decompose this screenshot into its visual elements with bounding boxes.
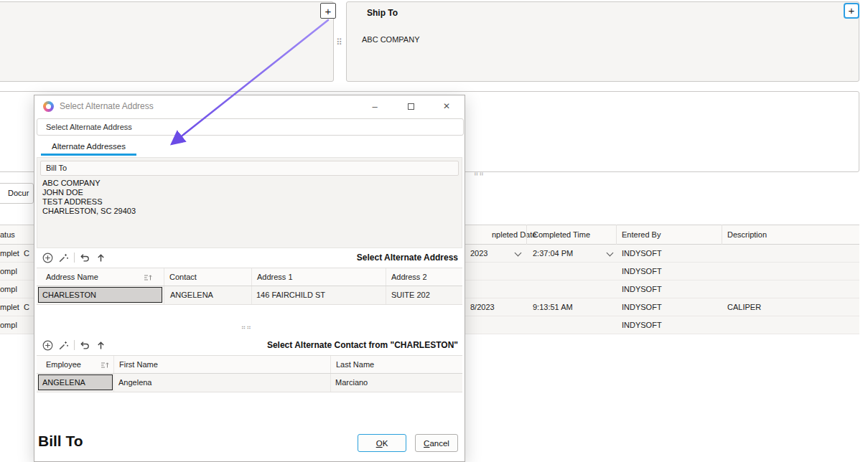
minimize-button[interactable]: – [357, 95, 393, 117]
dialog-titlebar[interactable]: Select Alternate Address – ✕ [34, 95, 465, 117]
documents-tab-label: Docur [8, 189, 29, 197]
contact-grid-caption: Select Alternate Contact from "CHARLESTO… [267, 340, 462, 350]
alternate-addresses-panel: Bill To ABC COMPANY JOHN DOE TEST ADDRES… [37, 157, 462, 248]
cancel-button[interactable]: Cancel [415, 434, 458, 452]
address-grid-header: Address Name Contact Address 1 Address 2 [37, 268, 462, 286]
documents-tab[interactable]: Docur [0, 183, 34, 204]
ship-to-title: Ship To [367, 8, 398, 18]
contact-grid-toolbar: Select Alternate Contact from "CHARLESTO… [37, 336, 462, 354]
app-logo-icon [43, 101, 54, 112]
entered-by-cell: INDYSOFT [622, 321, 662, 329]
wand-icon[interactable] [58, 340, 69, 351]
status-cell: ompl [0, 267, 17, 275]
selected-address-name[interactable]: CHARLESTON [38, 287, 162, 303]
header-employee[interactable]: Employee [37, 356, 114, 373]
vertical-drag-handle-icon[interactable]: ⠿ [336, 37, 342, 47]
maximize-icon [408, 103, 414, 110]
arrow-up-icon[interactable] [95, 253, 106, 263]
ship-to-panel: Ship To ABC COMPANY [346, 1, 859, 82]
selected-employee[interactable]: ANGELENA [38, 374, 113, 390]
tab-alternate-addresses[interactable]: Alternate Addresses [41, 140, 136, 156]
entered-by-cell: INDYSOFT [622, 249, 662, 258]
ship-to-company: ABC COMPANY [362, 35, 419, 44]
address2-cell[interactable]: SUITE 202 [386, 286, 462, 304]
completed-time-cell[interactable]: 2:37:04 PM [533, 249, 573, 258]
address-grid-toolbar: Select Alternate Address [37, 249, 462, 266]
chevron-down-icon[interactable] [607, 250, 614, 257]
dialog-title: Select Alternate Address [60, 101, 154, 111]
bill-to-header: Bill To [40, 161, 459, 176]
col-completed-date: npleted Date [492, 230, 536, 239]
header-first-name[interactable]: First Name [114, 356, 331, 373]
chevron-down-icon[interactable] [515, 250, 522, 257]
header-address-2[interactable]: Address 2 [386, 268, 462, 286]
wand-icon[interactable] [58, 253, 69, 263]
sort-ascending-icon[interactable] [144, 274, 152, 281]
add-circle-icon[interactable] [42, 340, 53, 351]
address-name-cell: CHARLESTON [37, 286, 164, 304]
dialog-section-header: Select Alternate Address [37, 118, 464, 136]
status-cell: ompl [0, 285, 17, 293]
col-status: atus [0, 230, 15, 239]
first-name-cell[interactable]: Angelena [114, 374, 331, 392]
contact-cell[interactable]: ANGELENA [164, 286, 252, 304]
address-line: TEST ADDRESS [42, 197, 462, 207]
alternate-contact-grid: Employee First Name Last Name ANGELENA A… [37, 355, 462, 392]
header-contact[interactable]: Contact [164, 268, 252, 286]
close-button[interactable]: ✕ [429, 95, 465, 117]
col-entered-by: Entered By [622, 230, 661, 239]
address-grid-caption: Select Alternate Address [357, 253, 462, 263]
contact-grid-header: Employee First Name Last Name [37, 355, 462, 374]
toolbar-separator [74, 340, 75, 350]
sort-ascending-icon[interactable] [101, 362, 109, 369]
description-cell: CALIPER [727, 303, 761, 311]
entered-by-cell: INDYSOFT [622, 303, 662, 311]
horizontal-drag-handle-icon[interactable]: ⠶⠶ [474, 170, 485, 177]
select-alternate-address-dialog: Select Alternate Address – ✕ Select Alte… [34, 95, 465, 462]
alternate-address-grid: Address Name Contact Address 1 Address 2… [37, 268, 462, 305]
arrow-up-icon[interactable] [95, 340, 106, 351]
toolbar-separator [74, 253, 75, 263]
undo-icon[interactable] [80, 340, 90, 351]
header-last-name[interactable]: Last Name [331, 356, 462, 373]
add-circle-icon[interactable] [42, 253, 53, 263]
undo-icon[interactable] [80, 253, 90, 263]
employee-cell: ANGELENA [37, 374, 114, 392]
status-cell: ompl [0, 321, 17, 329]
col-completed-time: Completed Time [533, 230, 590, 239]
splitter-drag-handle-icon[interactable]: ⠶⠶ [241, 324, 252, 331]
footer-bill-to-label: Bill To [38, 433, 83, 450]
status-cell: mplet C [0, 303, 29, 311]
completed-time-cell: 9:13:51 AM [533, 303, 573, 311]
address1-cell[interactable]: 146 FAIRCHILD ST [252, 286, 386, 304]
ok-button[interactable]: OK [358, 434, 406, 452]
contact-grid-row[interactable]: ANGELENA Angelena Marciano [37, 374, 462, 392]
col-description: Description [727, 230, 767, 239]
status-cell: mplet C [0, 249, 29, 258]
completed-date-cell[interactable]: 2023 [470, 249, 487, 258]
address-line: ABC COMPANY [42, 179, 462, 188]
last-name-cell[interactable]: Marciano [331, 374, 462, 392]
header-address-name[interactable]: Address Name [37, 268, 164, 286]
entered-by-cell: INDYSOFT [622, 267, 662, 275]
bill-to-address: ABC COMPANY JOHN DOE TEST ADDRESS CHARLE… [42, 179, 462, 216]
address-line: CHARLESTON, SC 29403 [42, 207, 462, 216]
address-line: JOHN DOE [42, 188, 462, 197]
maximize-button[interactable] [393, 95, 429, 117]
add-button-top-left[interactable]: + [320, 3, 336, 19]
window-controls: – ✕ [357, 95, 465, 117]
top-left-panel [0, 1, 334, 82]
add-button-ship-to[interactable]: + [844, 3, 859, 19]
header-address-1[interactable]: Address 1 [252, 268, 386, 286]
address-grid-row[interactable]: CHARLESTON ANGELENA 146 FAIRCHILD ST SUI… [37, 286, 462, 305]
entered-by-cell: INDYSOFT [622, 285, 662, 293]
completed-date-cell: 8/2023 [470, 303, 495, 311]
